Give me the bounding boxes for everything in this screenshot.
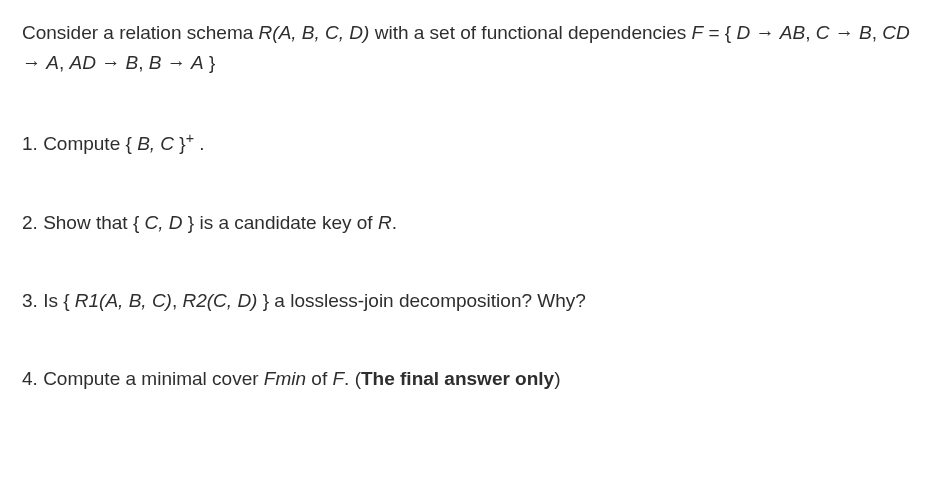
- q4-f: F: [332, 368, 344, 389]
- fd3-left: CD: [882, 22, 909, 43]
- fd2-right: B: [859, 22, 872, 43]
- sep1: ,: [805, 22, 816, 43]
- question-4: 4. Compute a minimal cover Fmin of F. (T…: [22, 364, 930, 394]
- fd4-right: B: [126, 52, 139, 73]
- q2-set: C, D: [145, 212, 183, 233]
- q4-bold: The final answer only: [361, 368, 554, 389]
- equals: = {: [703, 22, 736, 43]
- fd4-left: AD: [70, 52, 96, 73]
- q2-rel: R: [378, 212, 392, 233]
- sep3: ,: [59, 52, 70, 73]
- q1-text-after: }: [174, 133, 186, 154]
- q3-text-after: } a lossless-join decomposition? Why?: [257, 290, 585, 311]
- q4-fmin: Fmin: [264, 368, 306, 389]
- schema: R(A, B, C, D): [259, 22, 370, 43]
- arrow1: →: [750, 22, 780, 43]
- fd5-left: B: [149, 52, 162, 73]
- q4-close: ): [554, 368, 560, 389]
- q3-num: 3.: [22, 290, 43, 311]
- intro-text-1: Consider a relation schema: [22, 22, 259, 43]
- arrow5: →: [161, 52, 191, 73]
- q4-num: 4.: [22, 368, 43, 389]
- q3-r1: R1(A, B, C): [75, 290, 172, 311]
- q1-num: 1.: [22, 133, 43, 154]
- q1-set: B, C: [137, 133, 174, 154]
- q4-period: . (: [344, 368, 361, 389]
- arrow3: →: [22, 52, 46, 73]
- q2-text-before: Show that {: [43, 212, 144, 233]
- fd2-left: C: [816, 22, 830, 43]
- question-2: 2. Show that { C, D } is a candidate key…: [22, 208, 930, 238]
- q2-period: .: [392, 212, 397, 233]
- close-brace: }: [204, 52, 216, 73]
- q4-text-before: Compute a minimal cover: [43, 368, 264, 389]
- q3-sep: ,: [172, 290, 183, 311]
- q2-text-mid: } is a candidate key of: [183, 212, 378, 233]
- q1-period: .: [194, 133, 205, 154]
- q3-text-before: Is {: [43, 290, 75, 311]
- q1-super: +: [186, 130, 194, 146]
- q2-num: 2.: [22, 212, 43, 233]
- question-3: 3. Is { R1(A, B, C), R2(C, D) } a lossle…: [22, 286, 930, 316]
- q4-text-mid: of: [306, 368, 332, 389]
- sep2: ,: [872, 22, 883, 43]
- fd-label: F: [692, 22, 704, 43]
- fd1-left: D: [736, 22, 750, 43]
- problem-intro: Consider a relation schema R(A, B, C, D)…: [22, 18, 930, 79]
- fd5-right: A: [191, 52, 204, 73]
- q1-text-before: Compute {: [43, 133, 137, 154]
- sep4: ,: [138, 52, 149, 73]
- fd3-right: A: [46, 52, 59, 73]
- question-1: 1. Compute { B, C }+ .: [22, 127, 930, 160]
- q3-r2: R2(C, D): [183, 290, 258, 311]
- intro-text-2: with a set of functional dependencies: [369, 22, 691, 43]
- arrow4: →: [96, 52, 126, 73]
- fd1-right: AB: [780, 22, 805, 43]
- arrow2: →: [829, 22, 859, 43]
